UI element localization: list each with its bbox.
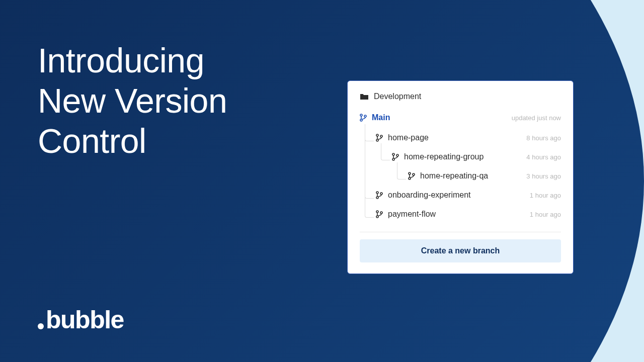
panel-header: Development [360, 92, 561, 101]
branch-name: payment-flow [388, 210, 530, 219]
logo-dot-icon [38, 323, 44, 329]
folder-icon [360, 93, 369, 100]
svg-point-10 [409, 177, 411, 179]
heading-line: Control [38, 121, 227, 161]
svg-point-7 [392, 158, 394, 160]
panel-title: Development [374, 92, 421, 101]
svg-point-16 [376, 216, 378, 218]
branch-item[interactable]: home-repeating-group 4 hours ago [360, 147, 561, 166]
branch-main[interactable]: Main updated just now [360, 108, 561, 127]
branch-item[interactable]: home-repeating-qa 3 hours ago [360, 166, 561, 186]
branch-item[interactable]: payment-flow 1 hour ago [360, 205, 561, 224]
svg-point-6 [392, 153, 394, 155]
branch-name: home-repeating-qa [420, 171, 526, 180]
svg-point-17 [380, 212, 382, 214]
branch-icon [360, 114, 367, 122]
branch-time: 1 hour ago [530, 211, 561, 218]
svg-point-15 [376, 211, 378, 213]
branch-icon [408, 172, 415, 180]
branch-name: onboarding-experiment [388, 191, 530, 200]
heading-line: Introducing [38, 40, 227, 80]
svg-point-3 [376, 134, 378, 136]
svg-point-13 [376, 197, 378, 199]
branch-name: home-repeating-group [404, 152, 526, 161]
branch-panel: Development Main updated just now [347, 80, 574, 274]
branch-time: 4 hours ago [526, 153, 561, 161]
branch-name: home-page [388, 133, 526, 142]
divider [360, 232, 561, 232]
svg-point-0 [360, 114, 362, 116]
create-branch-button[interactable]: Create a new branch [360, 239, 561, 262]
svg-point-5 [380, 135, 382, 137]
branch-time: 8 hours ago [526, 134, 561, 142]
svg-point-9 [409, 172, 411, 174]
hero-heading: Introducing New Version Control [38, 40, 227, 161]
branch-item[interactable]: home-page 8 hours ago [360, 128, 561, 147]
branch-item[interactable]: onboarding-experiment 1 hour ago [360, 186, 561, 205]
svg-point-1 [360, 119, 362, 121]
logo-text: bubble [46, 305, 124, 334]
branch-icon [376, 210, 383, 218]
heading-line: New Version [38, 80, 227, 121]
branch-tree: Main updated just now home-page 8 hours … [360, 108, 561, 224]
svg-point-2 [364, 115, 366, 117]
svg-point-12 [376, 192, 378, 194]
branch-time: 3 hours ago [526, 172, 561, 180]
branch-icon [376, 134, 383, 142]
branch-name: Main [372, 113, 512, 122]
svg-point-14 [380, 193, 382, 195]
svg-point-4 [376, 139, 378, 141]
svg-point-11 [413, 173, 415, 175]
branch-icon [376, 191, 383, 199]
svg-point-8 [396, 154, 398, 156]
branch-time: 1 hour ago [530, 192, 561, 199]
brand-logo: bubble [38, 305, 124, 334]
branch-time: updated just now [512, 114, 561, 122]
branch-icon [392, 153, 399, 161]
